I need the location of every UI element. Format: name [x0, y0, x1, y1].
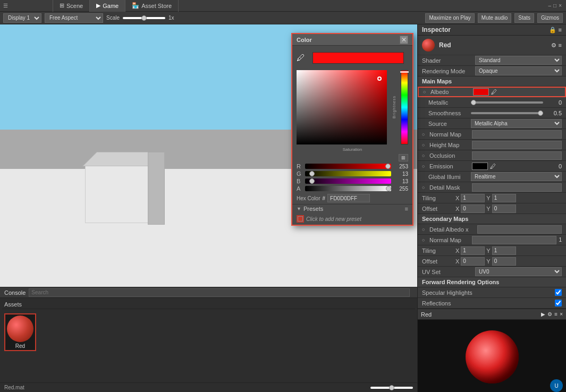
- uv-set-select[interactable]: UV0: [475, 267, 562, 276]
- status-bar: Red.mat: [0, 382, 417, 392]
- smoothness-slider[interactable]: [471, 112, 543, 114]
- preview-title: Red: [421, 311, 541, 318]
- detail-albedo-texture[interactable]: [477, 225, 562, 234]
- height-map-row: ○ Height Map: [418, 140, 566, 150]
- preset-add-button[interactable]: [297, 215, 304, 223]
- unity-logo-icon: U: [550, 379, 563, 392]
- stats-button[interactable]: Stats: [514, 13, 534, 23]
- g-channel-slider[interactable]: [305, 171, 391, 176]
- height-map-circle: ○: [422, 142, 429, 148]
- maximize-icon[interactable]: □: [553, 3, 556, 8]
- display-select[interactable]: Display 1: [3, 13, 41, 23]
- maximize-on-play-button[interactable]: Maximize on Play: [425, 13, 474, 23]
- preview-sphere: [466, 330, 519, 384]
- occlusion-row: ○ Occlusion: [418, 150, 566, 161]
- scale-slider[interactable]: [123, 17, 165, 19]
- albedo-label: Albedo: [430, 89, 473, 95]
- offset-y-input[interactable]: [492, 204, 516, 213]
- console-search-input[interactable]: [29, 288, 410, 297]
- secondary-offset-x-input[interactable]: [461, 257, 485, 266]
- hue-bar-container[interactable]: [401, 70, 408, 144]
- hue-bar: [401, 70, 408, 144]
- offset-label: Offset: [422, 206, 454, 212]
- mute-audio-button[interactable]: Mute audio: [478, 13, 511, 23]
- albedo-eyedropper-icon[interactable]: 🖊: [491, 89, 497, 95]
- albedo-color-swatch[interactable]: [473, 88, 489, 96]
- source-select[interactable]: Metallic Alpha: [471, 119, 562, 128]
- saturation-brightness-area[interactable]: [297, 70, 387, 144]
- scale-value: 1x: [168, 15, 174, 21]
- inspector-lock-icon[interactable]: 🔒: [549, 27, 556, 33]
- r-channel-slider[interactable]: [305, 164, 391, 169]
- dialog-close-button[interactable]: ✕: [400, 36, 408, 44]
- secondary-tiling-y-input[interactable]: [492, 246, 516, 255]
- b-channel-slider[interactable]: [305, 178, 391, 184]
- hamburger-icon[interactable]: ☰: [3, 3, 8, 8]
- close-icon[interactable]: ×: [559, 3, 562, 8]
- metallic-row: Metallic 0: [418, 97, 566, 108]
- emission-eyedropper-icon[interactable]: 🖊: [490, 163, 496, 169]
- minimize-icon[interactable]: –: [548, 3, 552, 8]
- preview-close-icon[interactable]: ×: [560, 311, 563, 317]
- secondary-tiling-x-input[interactable]: [461, 246, 485, 255]
- tab-assetstore[interactable]: 🏪 Asset Store: [125, 0, 179, 12]
- secondary-normal-texture[interactable]: [472, 236, 556, 244]
- presets-menu-icon[interactable]: ≡: [405, 206, 408, 212]
- reflections-checkbox[interactable]: [555, 300, 562, 306]
- tiling-label: Tiling: [422, 195, 454, 201]
- normal-map-texture[interactable]: [472, 130, 562, 139]
- occlusion-circle: ○: [422, 153, 429, 158]
- secondary-offset-y-input[interactable]: [492, 257, 516, 266]
- preview-play-icon[interactable]: ▶: [541, 311, 545, 317]
- secondary-offset-row: Offset X Y: [418, 256, 566, 267]
- secondary-normal-circle: ○: [422, 237, 429, 243]
- preview-settings-icon[interactable]: ⚙: [547, 311, 552, 317]
- global-illumi-select[interactable]: Realtime: [471, 172, 562, 181]
- asset-item-red[interactable]: Red: [4, 313, 36, 351]
- rendering-mode-select[interactable]: Opaque: [475, 66, 562, 75]
- preview-menu-icon[interactable]: ≡: [554, 311, 557, 317]
- inspector-menu-icon[interactable]: ≡: [559, 27, 562, 33]
- emission-circle: ○: [422, 164, 429, 169]
- offset-x-input[interactable]: [461, 204, 485, 213]
- a-channel-slider[interactable]: [305, 186, 391, 191]
- height-map-texture[interactable]: [472, 141, 562, 149]
- sat-cursor: [377, 76, 382, 81]
- scene-tab-label: Scene: [66, 3, 83, 9]
- preview-section: Red ▶ ⚙ ≡ × U AssetBundle None None: [418, 309, 566, 392]
- albedo-circle-icon: ○: [423, 89, 430, 95]
- material-sphere-icon: [422, 39, 435, 52]
- detail-mask-texture[interactable]: [472, 183, 562, 192]
- presets-collapse-icon[interactable]: ▼: [297, 206, 301, 211]
- shader-select[interactable]: Standard: [475, 56, 562, 65]
- material-settings-icon[interactable]: ⚙: [551, 42, 556, 49]
- specular-highlights-checkbox[interactable]: [555, 289, 562, 296]
- material-menu-icon[interactable]: ≡: [559, 42, 562, 49]
- a-channel-value: 255: [393, 186, 408, 192]
- r-channel-value: 253: [393, 164, 408, 169]
- tab-scene[interactable]: ⊞ Scene: [53, 0, 90, 12]
- main-maps-header: Main Maps: [418, 76, 566, 87]
- dialog-title: Color: [297, 37, 400, 43]
- a-channel-label: A: [297, 185, 303, 192]
- material-header-icons: ⚙ ≡: [551, 42, 562, 49]
- assetstore-tab-label: Asset Store: [141, 3, 172, 9]
- gizmos-button[interactable]: Gizmos: [537, 13, 563, 23]
- tiling-x-input[interactable]: [461, 194, 485, 202]
- hex-input[interactable]: [327, 194, 370, 202]
- emission-color-swatch[interactable]: [472, 163, 488, 170]
- source-label: Source: [428, 121, 471, 127]
- smoothness-row: Smoothness 0.5: [418, 108, 566, 118]
- b-channel-label: B: [297, 178, 303, 184]
- occlusion-texture[interactable]: [472, 151, 562, 160]
- console-panel: Console Assets Red: [0, 287, 417, 382]
- shader-label: Shader: [422, 57, 475, 64]
- eyedropper-tool-icon[interactable]: 🖊: [297, 53, 305, 63]
- metallic-slider[interactable]: [471, 101, 543, 104]
- detail-mask-label: Detail Mask: [429, 184, 472, 191]
- tiling-y-input[interactable]: [492, 194, 516, 202]
- color-options-icon[interactable]: ⊞: [399, 154, 408, 161]
- aspect-select[interactable]: Free Aspect: [45, 13, 103, 23]
- tab-game[interactable]: ▶ Game: [90, 0, 125, 12]
- zoom-slider[interactable]: [370, 387, 413, 389]
